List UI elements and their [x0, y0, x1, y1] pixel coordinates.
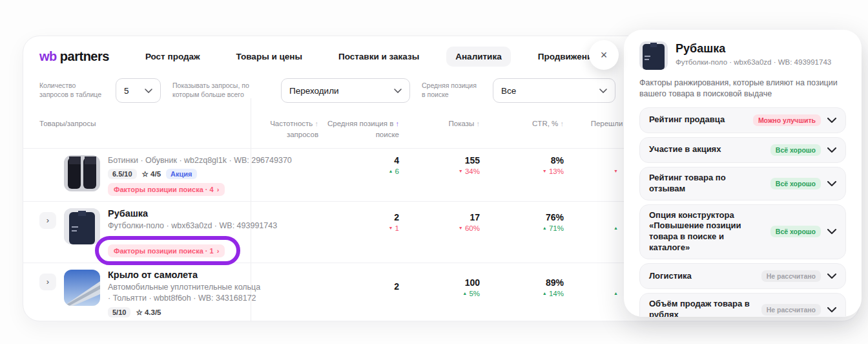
cell-ctr: 8% ▼ 13%: [486, 149, 570, 202]
status-badge: Не рассчитано: [761, 304, 821, 316]
column-ctr[interactable]: CTR, % ↑: [486, 118, 570, 140]
cell-position: 2: [325, 263, 406, 321]
factor-logistics[interactable]: Логистика Не рассчитано: [639, 263, 846, 289]
filter-count-select[interactable]: 5: [116, 78, 161, 103]
ranking-factors-panel: Рубашка Футболки-поло · wbx63a0zd · WB: …: [624, 30, 862, 317]
expand-row-button[interactable]: ›: [39, 212, 56, 229]
status-badge: Всё хорошо: [770, 178, 821, 189]
product-subtitle-line2: · Тольятти · wbbt8f6oh · WB: 343168172: [108, 293, 253, 304]
panel-description: Факторы ранжирования, которые влияют на …: [639, 78, 840, 100]
chevron-right-icon: ›: [217, 247, 220, 255]
filter-position-select[interactable]: Все: [493, 78, 615, 103]
cell-ctr: 76% ▲ 71%: [486, 202, 570, 263]
chevron-down-icon: [827, 307, 836, 312]
column-products-queries: Товары/запросы: [39, 118, 253, 140]
sort-arrow-icon: ↑: [315, 120, 319, 127]
expand-row-button[interactable]: ›: [39, 274, 56, 290]
factor-seller-rating[interactable]: Рейтинг продавца Можно улучшить: [639, 107, 846, 133]
filter-count-value: 5: [124, 86, 129, 96]
chevron-down-icon: [827, 274, 836, 279]
score-chip: 5/10: [108, 307, 130, 317]
status-badge: Можно улучшить: [753, 114, 821, 126]
trend-up-icon: ▲: [462, 291, 467, 296]
chevron-down-icon: [599, 89, 607, 93]
product-image-shirt: [64, 208, 100, 244]
filter-show-label: Показывать запросы, по которым больше вс…: [172, 81, 269, 99]
trend-down-icon: ▼: [542, 169, 547, 173]
cell-position: 4 ▲ 6: [325, 149, 406, 202]
filter-position-label: Средняя позиция в поиске: [422, 81, 481, 99]
cell-frequency: [253, 263, 325, 321]
product-subtitle: Автомобильные уплотнительные кольца: [108, 282, 253, 293]
product-subtitle: Футболки-поло · wbx63a0zd · WB: 49399174…: [108, 220, 253, 231]
promo-badge: Акция: [166, 169, 196, 179]
cell-ctr: 89% ▲ 14%: [486, 263, 570, 321]
search-factors-badge[interactable]: Факторы позиции поиска · 1›: [108, 244, 225, 257]
row-indent: [39, 155, 56, 197]
search-factors-badge[interactable]: Факторы позиции поиска · 4›: [108, 183, 225, 196]
chevron-down-icon: [827, 229, 836, 234]
trend-down-icon: ▼: [614, 169, 618, 173]
app-window: wb partners Рост продаж Товары и цены По…: [0, 0, 868, 344]
wb-partners-logo: wb partners: [39, 49, 109, 64]
factor-sales-volume[interactable]: Объём продаж товара в рублях Не рассчита…: [639, 293, 846, 317]
nav-analytics[interactable]: Аналитика: [446, 47, 510, 67]
product-image-boots: [64, 155, 100, 191]
sort-arrow-icon: ↑: [477, 120, 480, 127]
product-image-wing: [64, 270, 100, 306]
cell-shows: 155 ▼ 34%: [406, 149, 486, 202]
trend-down-icon: ▼: [459, 169, 463, 173]
product-title: Рубашка: [108, 208, 253, 219]
score-chip: 6.5/10: [108, 169, 137, 179]
trend-down-icon: ▼: [459, 226, 463, 230]
chevron-down-icon: [827, 181, 836, 186]
nav-sales-growth[interactable]: Рост продаж: [136, 47, 209, 67]
panel-product-image: [639, 41, 668, 70]
sort-arrow-active-icon: ↑: [396, 120, 400, 127]
logo-wb: wb: [39, 49, 57, 63]
chevron-down-icon: [145, 89, 152, 93]
column-shows[interactable]: Показы ↑: [406, 118, 486, 140]
star-icon: ☆: [142, 170, 149, 178]
trend-up-icon: ▲: [542, 291, 547, 296]
product-title: Крыло от самолета: [108, 270, 253, 280]
close-button[interactable]: ×: [589, 40, 619, 70]
trend-up-icon: ▲: [388, 169, 393, 173]
panel-subtitle: Футболки-поло · wbx63a0zd · WB: 49399174…: [676, 58, 831, 66]
chevron-down-icon: [827, 147, 836, 153]
filter-show-value: Переходили: [289, 86, 339, 96]
filter-count-label: Количество запросов в таблице: [39, 81, 104, 99]
panel-title: Рубашка: [676, 42, 831, 56]
status-badge: Всё хорошо: [770, 144, 821, 156]
obscured-rating-row: [108, 231, 253, 241]
chevron-right-icon: ›: [217, 186, 220, 193]
factor-promotions[interactable]: Участие в акциях Всё хорошо: [639, 137, 846, 163]
nav-supplies-orders[interactable]: Поставки и заказы: [329, 47, 428, 67]
trend-up-icon: ▲: [614, 291, 618, 296]
logo-partners: partners: [60, 49, 109, 63]
cell-frequency: [253, 149, 325, 202]
status-badge: Не рассчитано: [761, 270, 821, 282]
trend-up-icon: ▲: [614, 226, 618, 230]
nav-goods-prices[interactable]: Товары и цены: [227, 47, 311, 67]
cell-shows: 100 ▲ 5%: [406, 263, 486, 321]
factor-review-rating[interactable]: Рейтинг товара по отзывам Всё хорошо: [639, 167, 846, 200]
trend-up-icon: ▲: [542, 226, 547, 230]
cell-shows: 17 ▼ 60%: [406, 202, 486, 263]
rating-stars: ☆ 4/5: [142, 169, 161, 178]
factor-constructor-option[interactable]: Опция конструктора «Повышение позиции то…: [639, 204, 846, 260]
cell-frequency: [253, 202, 325, 263]
sort-arrow-icon: ↑: [561, 120, 564, 127]
column-query-frequency[interactable]: Частотность ↑ запросов: [253, 118, 325, 140]
star-icon: ☆: [136, 308, 142, 316]
factors-list: Рейтинг продавца Можно улучшить Участие …: [639, 107, 846, 317]
filter-position-value: Все: [501, 86, 516, 96]
rating-stars: ☆ 4.3/5: [136, 308, 161, 317]
close-icon: ×: [601, 48, 608, 61]
column-avg-position[interactable]: Средняя позиция в ↑ поиске: [325, 118, 406, 140]
chevron-down-icon: [827, 118, 836, 123]
trend-down-icon: ▼: [388, 226, 393, 230]
filter-show-select[interactable]: Переходили: [281, 78, 410, 103]
product-subtitle: Ботинки · Обувник · wb2zq8gl1k · WB: 296…: [108, 155, 253, 166]
chevron-down-icon: [394, 89, 402, 93]
